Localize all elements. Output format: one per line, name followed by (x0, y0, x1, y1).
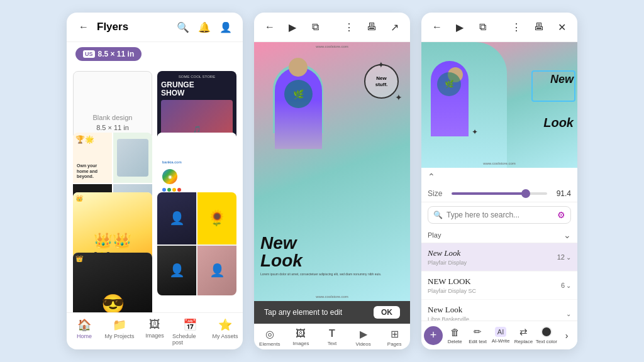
size-chip[interactable]: US 8.5 × 11 in (75, 47, 142, 61)
delete-button[interactable]: 🗑 Delete (444, 326, 465, 346)
elements-label: Elements (259, 341, 280, 347)
font-item-1-name: NEW LOOK (428, 277, 476, 287)
edit-text-label: Edit text (469, 339, 487, 344)
collapse-up-button[interactable]: ⌃ (428, 172, 435, 182)
editor-layers-button[interactable]: ⧉ (307, 19, 323, 35)
editor-images-label: Images (292, 341, 309, 346)
replace-button[interactable]: ⇄ Replace (513, 325, 534, 346)
editor-play-button[interactable]: ▶ (284, 19, 301, 35)
starburst-text: New stuff. (375, 75, 388, 87)
size-flag: US (83, 50, 95, 58)
sparkle-right: ✦ (395, 92, 402, 102)
delete-label: Delete (448, 339, 462, 344)
edit-text-icon: ✏ (474, 326, 482, 337)
text-color-label: Text color (536, 339, 557, 344)
screen2-bottom-nav: ◎ Elements 🖼 Images T Text ▶ Videos ⊞ Pa… (254, 324, 410, 349)
toolbar-scroll-right[interactable]: › (558, 327, 575, 344)
editor-pages-label: Pages (387, 341, 402, 347)
screen1-title: Flyers (97, 21, 170, 33)
font-play-chevron[interactable]: ⌄ (564, 230, 571, 240)
canvas-design: www.coolstore.com 🌿 New stuff. (254, 42, 410, 301)
text-color-button[interactable]: Text color (536, 325, 557, 346)
sparkle-top: ✦ (377, 60, 385, 70)
bank-logo: bankia.com (162, 160, 231, 164)
editor-text-label: Text (328, 341, 337, 346)
editor-images-icon: 🖼 (296, 328, 306, 339)
font-close-button[interactable]: ✕ (553, 19, 570, 35)
font-panel-header: ⌃ (421, 168, 577, 185)
size-selector: US 8.5 × 11 in (67, 42, 243, 66)
font-item-1[interactable]: NEW LOOK Playfair Display SC 6 ⌄ (421, 272, 577, 300)
font-item-0-meta: Playfair Display (428, 260, 467, 266)
editor-more-button[interactable]: ⋮ (341, 19, 357, 35)
ai-write-label: AI-Write (492, 338, 510, 344)
font-back-button[interactable]: ← (429, 19, 445, 35)
template-sunglasses[interactable]: 😎 👑 (73, 253, 152, 313)
editor-nav-text[interactable]: T Text (316, 328, 348, 347)
editor-back-button[interactable]: ← (262, 19, 278, 35)
editor-nav-images[interactable]: 🖼 Images (286, 328, 317, 347)
font-layers-button[interactable]: ⧉ (474, 19, 491, 35)
profile-button[interactable]: 👤 (218, 19, 234, 35)
font-print-button[interactable]: 🖶 (531, 19, 547, 35)
screen1-bottom-nav: 🏠 Home 📁 My Projects 🖼 Images 📅 Schedule… (67, 312, 243, 349)
font-list: New Look Playfair Display 12 ⌄ NEW LOOK … (421, 243, 577, 321)
font-slider-thumb[interactable] (521, 189, 530, 198)
editor-videos-label: Videos (355, 341, 370, 347)
design-url-bottom: www.coolstore.com (254, 295, 410, 299)
edit-text-button[interactable]: ✏ Edit text (467, 325, 488, 346)
lorem-text: Lorem ipsum dolor sit amet, consectetuer… (260, 272, 404, 277)
font-item-0-count: 12 ⌄ (557, 253, 571, 261)
projects-icon: 📁 (113, 318, 126, 332)
blank-sublabel: 8.5 × 11 in (96, 124, 129, 131)
nav-assets[interactable]: ⭐ My Assets (208, 317, 243, 347)
search-button[interactable]: 🔍 (175, 19, 191, 35)
editor-videos-icon: ▶ (360, 328, 367, 340)
font-search-filter-icon[interactable]: ⚙ (557, 210, 565, 220)
replace-label: Replace (514, 339, 533, 344)
font-look-label: Look (543, 116, 574, 130)
font-size-slider[interactable] (452, 192, 547, 195)
editor-canvas[interactable]: www.coolstore.com 🌿 New stuff. (254, 42, 410, 301)
font-search-bar[interactable]: 🔍 ⚙ (428, 206, 571, 224)
tap-bar-text: Tap any element to edit (264, 308, 342, 317)
editor-nav-elements[interactable]: ◎ Elements (254, 328, 286, 347)
font-size-value: 91.4 (552, 189, 571, 198)
nav-projects-label: My Projects (104, 333, 134, 339)
nav-images[interactable]: 🖼 Images (137, 317, 172, 347)
elements-icon: ◎ (265, 328, 274, 340)
template-people[interactable]: 👤 🌻 👤 👤 (157, 192, 236, 295)
editor-share-button[interactable]: ↗ (386, 19, 402, 35)
ok-button[interactable]: OK (374, 306, 400, 319)
font-selected-border (531, 70, 575, 102)
font-item-2-count: ⌄ (566, 310, 571, 317)
editor-nav-pages[interactable]: ⊞ Pages (379, 328, 410, 347)
schedule-icon: 📅 (183, 318, 197, 332)
font-more-button[interactable]: ⋮ (508, 19, 525, 35)
notification-button[interactable]: 🔔 (196, 19, 213, 35)
screen3: ← ▶ ⧉ ⋮ 🖶 ✕ 🌿 New (421, 13, 577, 349)
editor-nav-videos[interactable]: ▶ Videos (348, 328, 379, 347)
screen1: ← Flyers 🔍 🔔 👤 US 8.5 × 11 in Blank desi… (67, 13, 243, 349)
crown-badge: 👑 (75, 195, 83, 202)
font-item-2-left: New Look Libre Baskerville (428, 305, 469, 321)
editor-print-button[interactable]: 🖶 (364, 19, 380, 35)
size-label: 8.5 × 11 in (98, 50, 135, 58)
ai-write-button[interactable]: AI AI-Write (490, 326, 511, 345)
font-item-2-name: New Look (428, 305, 469, 315)
nav-schedule[interactable]: 📅 Schedule post (172, 317, 208, 347)
font-item-2[interactable]: New Look Libre Baskerville ⌄ (421, 300, 577, 321)
font-item-0[interactable]: New Look Playfair Display 12 ⌄ (421, 243, 577, 272)
font-search-input[interactable] (447, 211, 553, 219)
font-play-button[interactable]: ▶ (452, 19, 468, 35)
back-button[interactable]: ← (75, 19, 92, 35)
add-new-button[interactable]: + (424, 326, 443, 345)
nav-home[interactable]: 🏠 Home (67, 317, 102, 347)
blank-label: Blank design (93, 114, 133, 121)
nav-assets-label: My Assets (212, 333, 238, 339)
nav-projects[interactable]: 📁 My Projects (102, 317, 137, 347)
screen2-header: ← ▶ ⧉ ⋮ 🖶 ↗ (254, 13, 410, 42)
editor-text-icon: T (329, 328, 335, 339)
grunge-header: SOME COOL STORE (161, 75, 233, 79)
home-icon: 🏠 (77, 318, 91, 332)
